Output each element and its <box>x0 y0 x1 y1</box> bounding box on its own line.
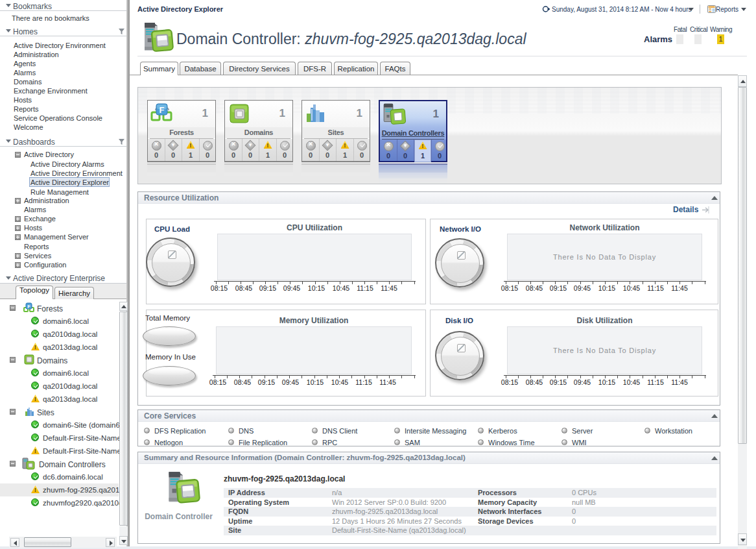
svg-text:F: F <box>27 304 30 310</box>
svg-text:F: F <box>159 105 165 115</box>
